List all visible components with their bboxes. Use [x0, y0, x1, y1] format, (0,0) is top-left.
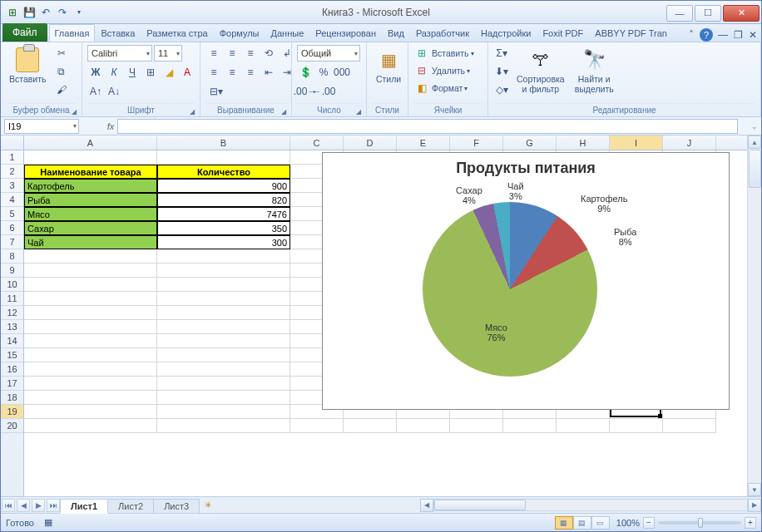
cell[interactable]: Рыба: [24, 193, 157, 207]
cell[interactable]: 350: [157, 221, 290, 235]
cell[interactable]: [157, 405, 290, 419]
cell[interactable]: Сахар: [24, 221, 157, 235]
cell[interactable]: [24, 292, 157, 306]
paste-button[interactable]: Вставить: [6, 45, 50, 86]
row-header[interactable]: 9: [1, 264, 23, 278]
zoom-slider[interactable]: [658, 521, 741, 525]
cell[interactable]: [157, 292, 290, 306]
column-header[interactable]: E: [397, 135, 450, 150]
cell[interactable]: [157, 320, 290, 334]
ribbon-minimize-icon[interactable]: ˄: [685, 28, 698, 42]
cell[interactable]: [610, 419, 663, 433]
format-painter-button[interactable]: 🖌: [53, 81, 70, 98]
view-normal-button[interactable]: ▦: [555, 516, 573, 530]
expand-formula-bar-icon[interactable]: ⌄: [750, 122, 760, 131]
help-icon[interactable]: ?: [700, 28, 713, 42]
dialog-launcher-icon[interactable]: ◢: [190, 108, 195, 116]
cell[interactable]: [24, 306, 157, 320]
comma-button[interactable]: 000: [334, 64, 350, 81]
cell[interactable]: [397, 419, 450, 433]
tab-home[interactable]: Главная: [49, 24, 96, 42]
percent-button[interactable]: %: [315, 64, 332, 81]
decrease-decimal-button[interactable]: ←.00: [315, 83, 332, 100]
scroll-left-icon[interactable]: ◀: [420, 499, 433, 512]
undo-icon[interactable]: ↶: [39, 6, 52, 19]
row-header[interactable]: 20: [1, 419, 23, 433]
row-header[interactable]: 7: [1, 235, 23, 249]
cell-styles-button[interactable]: ▦ Стили: [372, 45, 405, 86]
fill-button[interactable]: ⬇▾: [493, 63, 510, 80]
decrease-indent-button[interactable]: ⇤: [260, 64, 277, 81]
cell[interactable]: 300: [157, 235, 290, 249]
qat-customize-icon[interactable]: ▾: [72, 6, 86, 19]
tab-view[interactable]: Вид: [382, 24, 410, 42]
cell[interactable]: [24, 348, 157, 362]
tab-addins[interactable]: Надстройки: [475, 24, 537, 42]
row-header[interactable]: 8: [1, 249, 23, 264]
format-cells-button[interactable]: ◧Формат▾: [413, 80, 474, 96]
underline-button[interactable]: Ч: [124, 64, 141, 81]
cell[interactable]: [24, 377, 157, 391]
find-select-button[interactable]: 🔭 Найти и выделить: [572, 45, 617, 96]
sheet-tab[interactable]: Лист1: [60, 499, 108, 514]
view-pagebreak-button[interactable]: ▭: [591, 516, 610, 530]
dialog-launcher-icon[interactable]: ◢: [281, 108, 286, 116]
align-center-button[interactable]: ≡: [224, 64, 240, 81]
view-pagelayout-button[interactable]: ▤: [573, 516, 591, 530]
scroll-down-icon[interactable]: ▼: [748, 483, 761, 496]
redo-icon[interactable]: ↷: [56, 6, 69, 19]
autosum-button[interactable]: Σ▾: [493, 45, 510, 62]
fill-color-button[interactable]: ◢: [161, 64, 177, 81]
tab-formulas[interactable]: Формулы: [214, 24, 265, 42]
cell[interactable]: 7476: [157, 207, 290, 221]
scroll-right-icon[interactable]: ▶: [748, 499, 761, 512]
tab-abbyy[interactable]: ABBYY PDF Tran: [589, 24, 673, 42]
row-header[interactable]: 2: [1, 165, 23, 179]
tab-file[interactable]: Файл: [2, 23, 47, 42]
cell[interactable]: [24, 278, 157, 292]
scroll-up-icon[interactable]: ▲: [748, 135, 761, 149]
row-header[interactable]: 11: [1, 292, 23, 306]
column-header[interactable]: F: [450, 135, 503, 150]
sheet-nav-last[interactable]: ⏭: [47, 499, 60, 512]
dialog-launcher-icon[interactable]: ◢: [356, 108, 361, 116]
sort-filter-button[interactable]: 🝖 Сортировка и фильтр: [513, 45, 568, 96]
tab-developer[interactable]: Разработчик: [410, 24, 475, 42]
row-header[interactable]: 6: [1, 221, 23, 235]
cell[interactable]: Чай: [24, 235, 157, 249]
maximize-button[interactable]: ☐: [695, 5, 721, 22]
cell[interactable]: [157, 377, 290, 391]
cell[interactable]: Мясо: [24, 207, 157, 221]
vertical-scrollbar[interactable]: ▲ ▼: [747, 135, 761, 496]
cell[interactable]: Наименование товара: [24, 165, 157, 179]
fx-icon[interactable]: fx: [104, 121, 117, 131]
workbook-minimize-icon[interactable]: —: [716, 28, 730, 42]
cell[interactable]: [157, 362, 290, 377]
cell[interactable]: [503, 419, 557, 433]
tab-foxit[interactable]: Foxit PDF: [537, 24, 589, 42]
cell[interactable]: [24, 264, 157, 278]
workbook-close-icon[interactable]: ✕: [746, 28, 760, 42]
insert-cells-button[interactable]: ⊞Вставить▾: [413, 45, 474, 62]
clear-button[interactable]: ◇▾: [493, 81, 510, 98]
row-header[interactable]: 14: [1, 334, 23, 348]
align-right-button[interactable]: ≡: [242, 64, 259, 81]
column-header[interactable]: A: [24, 135, 157, 150]
cell[interactable]: Количество: [157, 165, 290, 179]
cell[interactable]: [157, 150, 290, 165]
currency-button[interactable]: 💲: [297, 64, 314, 81]
cell[interactable]: [157, 249, 290, 264]
cell[interactable]: [24, 334, 157, 348]
macro-record-icon[interactable]: ▦: [44, 517, 52, 528]
column-header[interactable]: C: [290, 135, 344, 150]
cell[interactable]: [157, 264, 290, 278]
align-left-button[interactable]: ≡: [205, 64, 222, 81]
cell[interactable]: [157, 419, 290, 433]
column-header[interactable]: G: [503, 135, 557, 150]
save-icon[interactable]: 💾: [22, 6, 36, 19]
pie-chart-object[interactable]: Продукты питанияКартофель9%Рыба8%Мясо76%…: [322, 152, 730, 410]
column-header[interactable]: J: [663, 135, 716, 150]
zoom-level[interactable]: 100%: [616, 518, 640, 528]
cell[interactable]: [450, 419, 503, 433]
font-name-combo[interactable]: Calibri: [87, 45, 152, 62]
